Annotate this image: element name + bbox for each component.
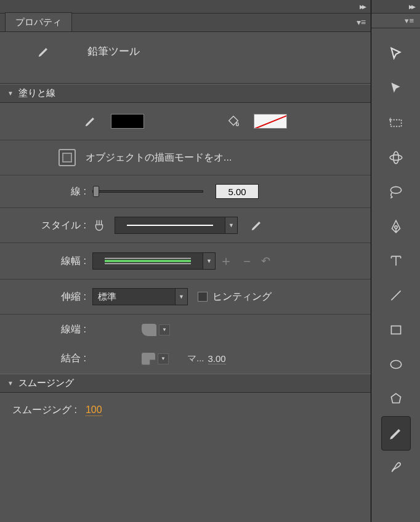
draw-mode-row: オブジェクトの描画モードをオ... <box>0 140 371 175</box>
add-width-button[interactable]: ＋ <box>216 252 236 270</box>
section-fill-stroke-header[interactable]: ▼ 塗りと線 <box>0 84 371 103</box>
stroke-weight-input[interactable] <box>216 184 259 199</box>
scale-label: 伸縮 : <box>12 291 86 303</box>
hinting-label: ヒンティング <box>212 291 272 303</box>
stroke-weight-slider[interactable] <box>92 190 203 193</box>
brush-icon[interactable] <box>92 219 106 232</box>
pencil-fill-icon[interactable] <box>84 114 97 128</box>
section-title: スムージング <box>18 377 74 389</box>
remove-width-button[interactable]: － <box>236 252 257 270</box>
3d-rotation-tool[interactable] <box>381 140 411 175</box>
brush-tool[interactable] <box>381 451 411 485</box>
stroke-label: 線 : <box>12 185 86 198</box>
svg-marker-7 <box>391 393 400 403</box>
tool-name-label: 鉛筆ツール <box>87 44 140 58</box>
stroke-color-swatch[interactable] <box>254 114 287 129</box>
polystar-tool[interactable] <box>381 382 411 416</box>
cap-option-button[interactable] <box>142 324 156 336</box>
stroke-weight-row: 線 : <box>0 175 371 208</box>
section-title: 塗りと線 <box>18 87 55 99</box>
svg-point-1 <box>390 155 402 161</box>
stroke-style-dropdown[interactable]: ▼ <box>115 217 238 234</box>
lasso-tool[interactable] <box>381 175 411 209</box>
collapse-icon: ▶▶ <box>409 4 414 10</box>
chevron-down-icon: ▼ <box>175 289 187 305</box>
join-dropdown[interactable]: ▼ <box>158 353 169 364</box>
scale-row: 伸縮 : 標準 ▼ ヒンティング <box>0 279 371 315</box>
reset-width-button[interactable]: ↶ <box>257 254 274 268</box>
chevron-down-icon: ▼ <box>225 217 237 233</box>
tool-header: 鉛筆ツール <box>0 32 371 84</box>
stroke-width-row: 線幅 : ▼ ＋ － ↶ <box>0 243 371 279</box>
svg-line-4 <box>391 291 400 300</box>
svg-point-3 <box>390 187 401 193</box>
collapse-icon: ▶▶ <box>360 4 365 10</box>
rectangle-tool[interactable] <box>381 313 411 347</box>
smoothing-label: スムージング : <box>12 404 77 417</box>
disclosure-triangle-icon: ▼ <box>7 380 14 387</box>
tools-panel: ▶▶ ▾≡ <box>371 0 420 522</box>
chevron-down-icon: ▼ <box>203 253 215 269</box>
hinting-checkbox[interactable] <box>198 292 208 302</box>
tab-properties[interactable]: プロパティ <box>5 12 72 31</box>
oval-tool[interactable] <box>381 347 411 382</box>
pencil-icon <box>37 45 50 58</box>
svg-point-6 <box>390 361 401 369</box>
panel-collapse-bar[interactable]: ▶▶ <box>0 0 371 14</box>
paint-bucket-icon[interactable] <box>227 114 240 128</box>
free-transform-tool[interactable] <box>381 106 411 140</box>
edit-style-icon[interactable] <box>250 219 264 232</box>
panel-menu-button[interactable]: ▾≡ <box>357 17 366 27</box>
miter-value[interactable]: 3.00 <box>208 353 226 364</box>
object-draw-mode-toggle[interactable] <box>59 149 76 166</box>
disclosure-triangle-icon: ▼ <box>7 90 14 97</box>
fill-color-swatch[interactable] <box>111 114 144 129</box>
draw-mode-label: オブジェクトの描画モードをオ... <box>86 151 232 164</box>
section-smoothing-header[interactable]: ▼ スムージング <box>0 374 371 393</box>
pencil-tool[interactable] <box>381 416 411 451</box>
cap-join-row: 線端 : ▼ 結合 : ▼ マ... 3.00 <box>0 315 371 374</box>
smoothing-value[interactable]: 100 <box>86 404 102 416</box>
stroke-style-row: スタイル : ▼ <box>0 208 371 243</box>
svg-rect-5 <box>391 326 400 334</box>
scale-dropdown[interactable]: 標準 ▼ <box>92 288 188 305</box>
tools-panel-menu[interactable]: ▾≡ <box>371 14 420 28</box>
style-label: スタイル : <box>12 219 86 232</box>
tab-bar: プロパティ ▾≡ <box>0 14 371 32</box>
svg-point-2 <box>393 151 398 164</box>
join-label: 結合 : <box>12 352 86 365</box>
text-tool[interactable] <box>381 244 411 278</box>
cap-label: 線端 : <box>12 323 86 336</box>
properties-panel: ▶▶ プロパティ ▾≡ 鉛筆ツール ▼ 塗りと線 <box>0 0 371 522</box>
width-profile-dropdown[interactable]: ▼ <box>92 252 216 270</box>
fill-stroke-row <box>0 103 371 140</box>
join-option-button[interactable] <box>142 353 155 365</box>
slider-thumb[interactable] <box>93 186 99 197</box>
pen-tool[interactable] <box>381 209 411 244</box>
width-label: 線幅 : <box>12 255 86 268</box>
line-tool[interactable] <box>381 278 411 313</box>
selection-tool[interactable] <box>381 37 411 71</box>
svg-rect-0 <box>390 120 401 127</box>
tools-collapse-bar[interactable]: ▶▶ <box>371 0 420 14</box>
subselection-tool[interactable] <box>381 71 411 106</box>
smoothing-row: スムージング : 100 <box>0 393 371 428</box>
miter-label: マ... <box>187 353 204 364</box>
cap-dropdown[interactable]: ▼ <box>159 324 170 335</box>
